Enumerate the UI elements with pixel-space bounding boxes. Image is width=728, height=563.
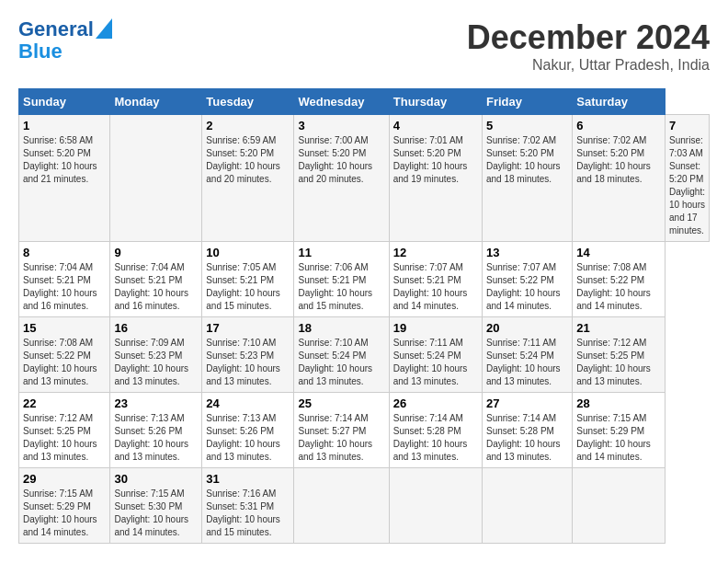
calendar-cell-19: 19Sunrise: 7:11 AMSunset: 5:24 PMDayligh… <box>389 317 482 393</box>
calendar-cell-30: 30Sunrise: 7:15 AMSunset: 5:30 PMDayligh… <box>110 468 202 544</box>
calendar-cell-25: 25Sunrise: 7:14 AMSunset: 5:27 PMDayligh… <box>294 393 389 468</box>
day-number: 22 <box>23 396 106 410</box>
calendar-week-3: 15Sunrise: 7:08 AMSunset: 5:22 PMDayligh… <box>19 317 710 393</box>
calendar-cell-29: 29Sunrise: 7:15 AMSunset: 5:29 PMDayligh… <box>19 468 110 544</box>
day-info: Sunrise: 7:08 AMSunset: 5:22 PMDaylight:… <box>23 337 106 388</box>
header-thursday: Thursday <box>389 89 482 115</box>
day-info: Sunrise: 7:04 AMSunset: 5:21 PMDaylight:… <box>114 261 198 313</box>
day-number: 16 <box>114 321 198 335</box>
header-wednesday: Wednesday <box>294 89 389 115</box>
calendar-week-5: 29Sunrise: 7:15 AMSunset: 5:29 PMDayligh… <box>19 468 710 544</box>
day-info: Sunrise: 7:12 AMSunset: 5:25 PMDaylight:… <box>23 412 106 464</box>
calendar-cell-28: 28Sunrise: 7:15 AMSunset: 5:29 PMDayligh… <box>573 393 665 468</box>
day-number: 19 <box>393 321 478 335</box>
logo-text: General <box>18 18 94 40</box>
day-number: 27 <box>486 396 568 410</box>
day-info: Sunrise: 7:14 AMSunset: 5:28 PMDaylight:… <box>486 412 568 464</box>
svg-marker-0 <box>96 18 112 39</box>
calendar-cell-6: 6Sunrise: 7:02 AMSunset: 5:20 PMDaylight… <box>573 115 665 242</box>
calendar-cell-empty <box>573 468 665 544</box>
day-number: 13 <box>486 246 568 259</box>
day-number: 31 <box>206 472 290 486</box>
day-number: 7 <box>669 119 705 132</box>
calendar-cell-5: 5Sunrise: 7:02 AMSunset: 5:20 PMDaylight… <box>482 115 572 242</box>
calendar-cell-17: 17Sunrise: 7:10 AMSunset: 5:23 PMDayligh… <box>202 317 294 393</box>
day-info: Sunrise: 7:12 AMSunset: 5:25 PMDaylight:… <box>576 337 661 388</box>
day-info: Sunrise: 7:14 AMSunset: 5:27 PMDaylight:… <box>298 412 384 464</box>
day-number: 1 <box>23 119 106 132</box>
calendar-cell-21: 21Sunrise: 7:12 AMSunset: 5:25 PMDayligh… <box>573 317 665 393</box>
day-number: 25 <box>298 396 384 410</box>
header-tuesday: Tuesday <box>202 89 294 115</box>
day-number: 18 <box>298 321 384 335</box>
logo: General Blue <box>18 18 112 63</box>
day-number: 4 <box>393 119 478 132</box>
header-sunday: Sunday <box>19 89 110 115</box>
day-number: 21 <box>576 321 661 335</box>
calendar-cell-empty <box>389 468 482 544</box>
day-info: Sunrise: 7:04 AMSunset: 5:21 PMDaylight:… <box>23 261 106 313</box>
day-number: 11 <box>298 246 384 259</box>
page-header: General Blue December 2024 Nakur, Uttar … <box>18 18 710 74</box>
calendar-body: 1Sunrise: 6:58 AMSunset: 5:20 PMDaylight… <box>19 115 710 544</box>
calendar-cell-12: 12Sunrise: 7:07 AMSunset: 5:21 PMDayligh… <box>389 242 482 317</box>
logo-icon <box>96 18 112 39</box>
calendar-week-2: 8Sunrise: 7:04 AMSunset: 5:21 PMDaylight… <box>19 242 710 317</box>
calendar-cell-14: 14Sunrise: 7:08 AMSunset: 5:22 PMDayligh… <box>573 242 665 317</box>
calendar-cell-9: 9Sunrise: 7:04 AMSunset: 5:21 PMDaylight… <box>110 242 202 317</box>
day-info: Sunrise: 7:07 AMSunset: 5:22 PMDaylight:… <box>486 261 568 313</box>
day-number: 26 <box>393 396 478 410</box>
calendar-cell-8: 8Sunrise: 7:04 AMSunset: 5:21 PMDaylight… <box>19 242 110 317</box>
day-number: 17 <box>206 321 290 335</box>
calendar-cell-2: 2Sunrise: 6:59 AMSunset: 5:20 PMDaylight… <box>202 115 294 242</box>
calendar-cell-16: 16Sunrise: 7:09 AMSunset: 5:23 PMDayligh… <box>110 317 202 393</box>
day-info: Sunrise: 7:13 AMSunset: 5:26 PMDaylight:… <box>114 412 198 464</box>
calendar-cell-23: 23Sunrise: 7:13 AMSunset: 5:26 PMDayligh… <box>110 393 202 468</box>
calendar-cell-4: 4Sunrise: 7:01 AMSunset: 5:20 PMDaylight… <box>389 115 482 242</box>
month-title: December 2024 <box>467 18 710 57</box>
day-info: Sunrise: 7:15 AMSunset: 5:29 PMDaylight:… <box>576 412 661 464</box>
day-number: 23 <box>114 396 198 410</box>
day-number: 20 <box>486 321 568 335</box>
day-number: 2 <box>206 119 290 132</box>
day-info: Sunrise: 7:05 AMSunset: 5:21 PMDaylight:… <box>206 261 290 313</box>
day-number: 15 <box>23 321 106 335</box>
calendar-cell-18: 18Sunrise: 7:10 AMSunset: 5:24 PMDayligh… <box>294 317 389 393</box>
day-number: 29 <box>23 472 106 486</box>
day-number: 5 <box>486 119 568 132</box>
title-section: December 2024 Nakur, Uttar Pradesh, Indi… <box>467 18 710 74</box>
calendar-cell-empty <box>110 115 202 242</box>
calendar-week-4: 22Sunrise: 7:12 AMSunset: 5:25 PMDayligh… <box>19 393 710 468</box>
day-info: Sunrise: 7:10 AMSunset: 5:24 PMDaylight:… <box>298 337 384 388</box>
calendar-cell-empty <box>482 468 572 544</box>
day-number: 30 <box>114 472 198 486</box>
day-info: Sunrise: 7:15 AMSunset: 5:30 PMDaylight:… <box>114 488 198 539</box>
calendar-cell-3: 3Sunrise: 7:00 AMSunset: 5:20 PMDaylight… <box>294 115 389 242</box>
calendar-week-1: 1Sunrise: 6:58 AMSunset: 5:20 PMDaylight… <box>19 115 710 242</box>
day-info: Sunrise: 7:10 AMSunset: 5:23 PMDaylight:… <box>206 337 290 388</box>
header-monday: Monday <box>110 89 202 115</box>
day-number: 28 <box>576 396 661 410</box>
day-info: Sunrise: 7:14 AMSunset: 5:28 PMDaylight:… <box>393 412 478 464</box>
day-info: Sunrise: 7:13 AMSunset: 5:26 PMDaylight:… <box>206 412 290 464</box>
day-info: Sunrise: 7:02 AMSunset: 5:20 PMDaylight:… <box>576 134 661 186</box>
day-info: Sunrise: 7:02 AMSunset: 5:20 PMDaylight:… <box>486 134 568 186</box>
day-info: Sunrise: 6:58 AMSunset: 5:20 PMDaylight:… <box>23 134 106 186</box>
calendar-cell-7: 7Sunrise: 7:03 AMSunset: 5:20 PMDaylight… <box>665 115 710 242</box>
day-info: Sunrise: 7:06 AMSunset: 5:21 PMDaylight:… <box>298 261 384 313</box>
calendar-cell-15: 15Sunrise: 7:08 AMSunset: 5:22 PMDayligh… <box>19 317 110 393</box>
calendar-cell-20: 20Sunrise: 7:11 AMSunset: 5:24 PMDayligh… <box>482 317 572 393</box>
day-info: Sunrise: 7:00 AMSunset: 5:20 PMDaylight:… <box>298 134 384 186</box>
logo-blue: Blue <box>18 40 63 63</box>
calendar-cell-11: 11Sunrise: 7:06 AMSunset: 5:21 PMDayligh… <box>294 242 389 317</box>
calendar-header-row: SundayMondayTuesdayWednesdayThursdayFrid… <box>19 89 710 115</box>
calendar-cell-27: 27Sunrise: 7:14 AMSunset: 5:28 PMDayligh… <box>482 393 572 468</box>
calendar-cell-31: 31Sunrise: 7:16 AMSunset: 5:31 PMDayligh… <box>202 468 294 544</box>
day-number: 6 <box>576 119 661 132</box>
day-info: Sunrise: 7:08 AMSunset: 5:22 PMDaylight:… <box>576 261 661 313</box>
day-number: 24 <box>206 396 290 410</box>
day-info: Sunrise: 7:03 AMSunset: 5:20 PMDaylight:… <box>669 134 705 237</box>
calendar-cell-13: 13Sunrise: 7:07 AMSunset: 5:22 PMDayligh… <box>482 242 572 317</box>
day-number: 3 <box>298 119 384 132</box>
day-info: Sunrise: 7:09 AMSunset: 5:23 PMDaylight:… <box>114 337 198 388</box>
